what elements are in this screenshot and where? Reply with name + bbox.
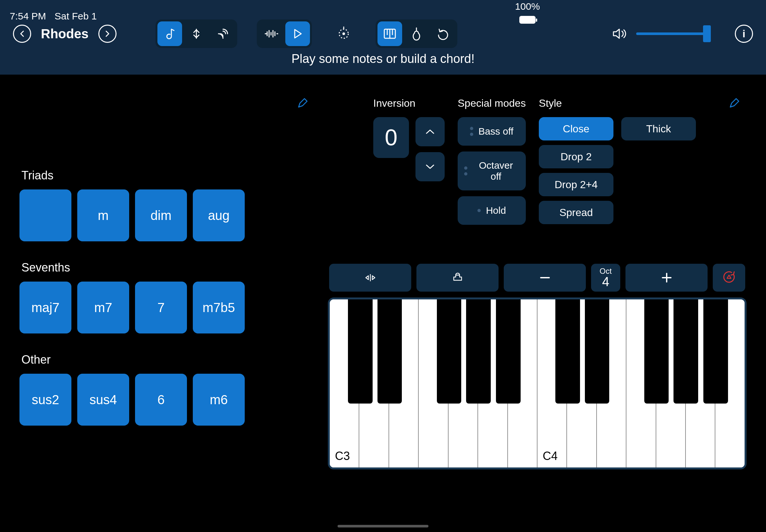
status-date: Sat Feb 1 <box>55 11 97 21</box>
label-c3: C3 <box>335 449 350 463</box>
chord-aug[interactable]: aug <box>193 189 245 241</box>
style-control: Style Close Drop 2 Drop 2+4 Spread Thick <box>539 97 696 225</box>
chord-m7[interactable]: m7 <box>77 282 129 333</box>
key-gs3[interactable] <box>466 299 491 404</box>
view-group <box>375 19 457 48</box>
hint-text: Play some notes or build a chord! <box>13 52 753 66</box>
note-mode-button[interactable] <box>157 21 182 46</box>
waveform-button[interactable] <box>259 21 283 46</box>
special-modes: Special modes Bass off Octaver off Hold <box>458 97 526 225</box>
arpeggio-mode-button[interactable] <box>184 21 209 46</box>
home-indicator <box>337 525 429 527</box>
edit-chords-button[interactable] <box>297 97 308 109</box>
bass-label: Bass off <box>479 126 514 137</box>
sound-name[interactable]: Rhodes <box>41 27 89 41</box>
chord-major[interactable] <box>19 189 71 241</box>
style-close[interactable]: Close <box>539 117 614 140</box>
info-button[interactable]: i <box>735 25 753 43</box>
style-drop24[interactable]: Drop 2+4 <box>539 173 614 196</box>
special-label: Special modes <box>458 97 526 109</box>
octaver-label: Octaver off <box>473 160 519 182</box>
chord-sus4[interactable]: sus4 <box>77 374 129 426</box>
oct-value: 4 <box>602 275 609 288</box>
key-cs3[interactable] <box>348 299 372 404</box>
octave-display: Oct 4 <box>591 264 620 292</box>
piano-keyboard: C3 C4 <box>328 297 747 469</box>
status-time: 7:54 PM <box>10 11 46 21</box>
guitar-view-button[interactable] <box>404 21 429 46</box>
key-fs4[interactable] <box>644 299 669 404</box>
inversion-control: Inversion 0 <box>373 97 445 225</box>
prev-sound-button[interactable] <box>13 25 31 43</box>
chord-6[interactable]: 6 <box>135 374 187 426</box>
inversion-up-button[interactable] <box>416 117 445 146</box>
status-bar: 7:54 PM Sat Feb 1 100% <box>0 0 766 13</box>
playback-group <box>257 19 312 48</box>
tempo-button[interactable] <box>331 21 356 46</box>
center-keyboard-button[interactable] <box>329 264 411 292</box>
chord-m6[interactable]: m6 <box>193 374 245 426</box>
volume-slider[interactable] <box>636 32 711 35</box>
style-thick[interactable]: Thick <box>621 117 696 140</box>
chord-minor[interactable]: m <box>77 189 129 241</box>
strum-mode-button[interactable] <box>211 21 235 46</box>
key-fs3[interactable] <box>437 299 461 404</box>
octave-down-button[interactable] <box>504 264 586 292</box>
playback-panel: Inversion 0 Special modes <box>328 88 747 519</box>
inversion-label: Inversion <box>373 97 445 109</box>
sevenths-label: Sevenths <box>21 261 308 274</box>
style-label: Style <box>539 97 696 109</box>
octaver-toggle[interactable]: Octaver off <box>458 151 526 190</box>
scroll-lock-button[interactable] <box>417 264 499 292</box>
inversion-down-button[interactable] <box>416 152 445 181</box>
style-spread[interactable]: Spread <box>539 201 614 224</box>
chord-sus2[interactable]: sus2 <box>19 374 71 426</box>
key-cs4[interactable] <box>555 299 580 404</box>
battery-percent: 100% <box>515 1 540 12</box>
bass-toggle[interactable]: Bass off <box>458 117 526 146</box>
key-gs4[interactable] <box>674 299 698 404</box>
triads-label: Triads <box>21 169 308 182</box>
octave-up-button[interactable] <box>626 264 708 292</box>
label-c4: C4 <box>543 449 558 463</box>
keyboard-toolbar: Oct 4 <box>328 264 747 292</box>
battery-icon <box>519 16 536 24</box>
key-ds4[interactable] <box>585 299 609 404</box>
hold-toggle[interactable]: Hold <box>458 196 526 225</box>
play-button[interactable] <box>285 21 310 46</box>
key-as3[interactable] <box>496 299 520 404</box>
style-drop2[interactable]: Drop 2 <box>539 145 614 168</box>
play-mode-group <box>155 19 237 48</box>
key-as4[interactable] <box>703 299 728 404</box>
chord-m7b5[interactable]: m7b5 <box>193 282 245 333</box>
chord-maj7[interactable]: maj7 <box>19 282 71 333</box>
hold-label: Hold <box>486 205 506 216</box>
chord-7[interactable]: 7 <box>135 282 187 333</box>
edit-controls-button[interactable] <box>728 97 740 109</box>
panic-button[interactable] <box>713 264 745 292</box>
speaker-icon <box>612 27 628 40</box>
svg-point-1 <box>342 32 345 35</box>
inversion-value: 0 <box>373 117 409 158</box>
other-label: Other <box>21 353 308 367</box>
volume-control: i <box>612 25 753 43</box>
next-sound-button[interactable] <box>98 25 116 43</box>
undo-button[interactable] <box>431 21 456 46</box>
oct-label: Oct <box>600 267 612 275</box>
chord-dim[interactable]: dim <box>135 189 187 241</box>
sound-nav: Rhodes <box>13 25 116 43</box>
chord-panel: Triads m dim aug Sevenths maj7 m7 7 m7b5… <box>19 88 308 519</box>
key-ds3[interactable] <box>377 299 402 404</box>
piano-view-button[interactable] <box>377 21 402 46</box>
